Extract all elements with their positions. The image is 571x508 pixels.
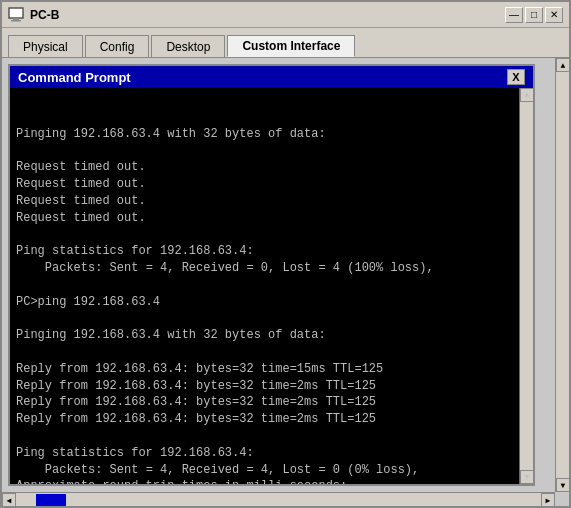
outer-right-scrollbar[interactable]: ▲ ▼ [555,58,569,492]
svg-rect-1 [13,18,19,20]
outer-scroll-track-bottom[interactable] [16,493,541,506]
svg-rect-2 [11,20,21,22]
title-buttons: — □ ✕ [505,7,563,23]
title-bar-left: PC-B [8,7,59,23]
cmd-title-bar: Command Prompt X [10,66,533,88]
title-bar: PC-B — □ ✕ [2,2,569,28]
bottom-scrollbar-row: ◀ ▶ [2,492,569,506]
outer-scroll-up-button[interactable]: ▲ [556,58,569,72]
cmd-output: Pinging 192.168.63.4 with 32 bytes of da… [16,126,527,484]
outer-scroll-thumb[interactable] [36,494,66,506]
tab-custom-interface[interactable]: Custom Interface [227,35,355,57]
cmd-close-button[interactable]: X [507,69,525,85]
outer-scroll-left-button[interactable]: ◀ [2,493,16,506]
cmd-title: Command Prompt [18,70,131,85]
scroll-corner [555,492,569,506]
pc-icon [8,7,24,23]
content-with-right-scroll: Command Prompt X Pinging 192.168.63.4 wi… [2,58,569,492]
main-content: Command Prompt X Pinging 192.168.63.4 wi… [2,58,569,506]
window-frame: PC-B — □ ✕ Physical Config Desktop Custo… [0,0,571,508]
content-area: Command Prompt X Pinging 192.168.63.4 wi… [2,58,555,492]
cmd-window: Command Prompt X Pinging 192.168.63.4 wi… [8,64,535,486]
cmd-scroll-up[interactable]: ▲ [520,88,533,102]
outer-scroll-down-button[interactable]: ▼ [556,478,569,492]
cmd-scroll-down[interactable]: ▼ [520,470,533,484]
cmd-scroll-track[interactable] [520,102,533,470]
tab-physical[interactable]: Physical [8,35,83,57]
outer-bottom-scrollbar[interactable]: ◀ ▶ [2,492,555,506]
window-title: PC-B [30,8,59,22]
cmd-scrollbar[interactable]: ▲ ▼ [519,88,533,484]
close-button[interactable]: ✕ [545,7,563,23]
outer-scroll-right-button[interactable]: ▶ [541,493,555,506]
cmd-body[interactable]: Pinging 192.168.63.4 with 32 bytes of da… [10,88,533,484]
outer-scroll-track-right[interactable] [556,72,569,478]
svg-rect-0 [9,8,23,18]
minimize-button[interactable]: — [505,7,523,23]
tab-config[interactable]: Config [85,35,150,57]
restore-button[interactable]: □ [525,7,543,23]
tab-desktop[interactable]: Desktop [151,35,225,57]
tab-bar: Physical Config Desktop Custom Interface [2,28,569,58]
